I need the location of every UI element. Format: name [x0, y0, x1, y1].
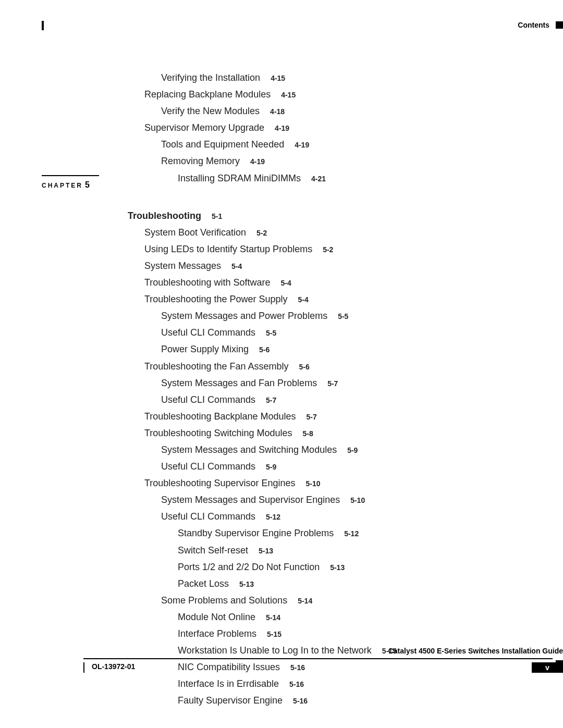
chapter-word: CHAPTER	[42, 182, 83, 189]
toc-entry-page: 5-4	[298, 295, 309, 304]
toc-entry-title: Troubleshooting with Software	[144, 277, 270, 288]
toc-entry-title: Standby Supervisor Engine Problems	[178, 528, 334, 538]
toc-entry[interactable]: Troubleshooting Supervisor Engines5-10	[144, 476, 534, 490]
toc-entry[interactable]: Replacing Backplane Modules4-15	[144, 88, 534, 101]
toc-entry-page: 5-7	[266, 396, 276, 404]
toc-entry-title: Troubleshooting Backplane Modules	[144, 411, 296, 422]
toc-entry-title: Replacing Backplane Modules	[144, 89, 271, 100]
toc-entry-page: 5-16	[293, 697, 308, 705]
toc-entry-page: 5-6	[259, 346, 270, 354]
toc-entry-title: Troubleshooting Switching Modules	[144, 428, 292, 438]
toc-entry[interactable]: Installing SDRAM MiniDIMMs4-21	[178, 171, 534, 185]
toc-entry[interactable]: Interface Is in Errdisable5-16	[178, 677, 534, 690]
toc-entry[interactable]: Verifying the Installation4-15	[161, 71, 534, 84]
toc-entry-page: 5-8	[303, 429, 313, 438]
toc-entry-page: 5-4	[280, 279, 291, 287]
toc-entry-page: 4-19	[295, 141, 309, 149]
footer-rule	[83, 658, 553, 659]
toc-entry-page: 4-19	[250, 157, 265, 166]
toc-entry-page: 5-15	[267, 630, 282, 638]
chapter-rule	[42, 175, 99, 176]
toc-entry[interactable]: Useful CLI Commands5-5	[161, 326, 534, 339]
toc-entry[interactable]: Ports 1/2 and 2/2 Do Not Function5-13	[178, 560, 534, 574]
toc-entry-title: Using LEDs to Identify Startup Problems	[144, 244, 312, 254]
toc-entry[interactable]: Troubleshooting Switching Modules5-8	[144, 426, 534, 440]
toc-entry-page: 4-15	[281, 91, 296, 99]
chapter-number: 5	[85, 180, 90, 189]
toc-entry[interactable]: NIC Compatibility Issues5-16	[178, 660, 534, 674]
toc-entry[interactable]: Troubleshooting the Power Supply5-4	[144, 292, 534, 306]
toc-entry-title: Troubleshooting	[128, 211, 201, 221]
toc-entry-page: 5-13	[330, 563, 345, 572]
toc-entry-title: Removing Memory	[161, 156, 240, 166]
toc-entry-page: 5-9	[266, 463, 276, 471]
toc-entry[interactable]: Interface Problems5-15	[178, 627, 534, 640]
toc-entry-title: Useful CLI Commands	[161, 461, 255, 472]
toc-entry[interactable]: Standby Supervisor Engine Problems5-12	[178, 526, 534, 540]
toc-entry-page: 5-2	[323, 245, 333, 254]
toc-entry-page: 4-21	[311, 175, 326, 183]
toc-entry-title: Useful CLI Commands	[161, 327, 255, 338]
toc-entry[interactable]: System Boot Verification5-2	[144, 226, 534, 239]
toc-entry[interactable]: Verify the New Modules4-18	[161, 104, 534, 118]
toc-entry-page: 5-13	[259, 547, 273, 555]
toc-entry[interactable]: Troubleshooting the Fan Assembly5-6	[144, 360, 534, 373]
toc-entry-page: 5-10	[350, 496, 365, 504]
toc-entry[interactable]: Packet Loss5-13	[178, 577, 534, 590]
toc-entry-title: System Messages and Switching Modules	[161, 445, 337, 455]
toc-entry-page: 5-2	[256, 229, 267, 237]
toc-entry[interactable]: Power Supply Mixing5-6	[161, 342, 534, 356]
toc-entry-page: 5-6	[299, 363, 310, 371]
toc-entry-page: 5-14	[266, 613, 280, 622]
toc-entry[interactable]: Using LEDs to Identify Startup Problems5…	[144, 242, 534, 256]
toc-entry-page: 5-14	[298, 597, 312, 605]
footer-guide-title: Catalyst 4500 E-Series Switches Installa…	[388, 647, 563, 655]
toc-entry-page: 5-4	[231, 262, 242, 270]
toc-entry[interactable]: System Messages5-4	[144, 259, 534, 273]
toc-entry-page: 5-16	[290, 663, 305, 672]
header-marker-icon	[556, 21, 563, 29]
toc-entry[interactable]: Troubleshooting Backplane Modules5-7	[144, 410, 534, 423]
toc-entry[interactable]: Useful CLI Commands5-9	[161, 460, 534, 473]
toc-entry-title: Troubleshooting the Power Supply	[144, 294, 288, 304]
toc-entry[interactable]: Troubleshooting with Software5-4	[144, 276, 534, 289]
section-gap	[128, 188, 534, 209]
toc-entry[interactable]: Useful CLI Commands5-7	[161, 393, 534, 406]
toc-entry[interactable]: Faulty Supervisor Engine5-16	[178, 694, 534, 707]
toc-entry-page: 4-15	[271, 74, 285, 82]
toc-entry-title: Power Supply Mixing	[161, 344, 249, 354]
toc-entry-title: System Messages and Power Problems	[161, 311, 327, 321]
toc-entry-page: 5-5	[338, 312, 348, 320]
toc-entry[interactable]: System Messages and Fan Problems5-7	[161, 376, 534, 390]
toc-entry-title: Supervisor Memory Upgrade	[144, 122, 264, 133]
toc-entry-page: 5-5	[266, 329, 276, 337]
toc-entry[interactable]: Troubleshooting5-1	[128, 209, 534, 223]
toc-entry-page: 5-7	[327, 379, 338, 388]
toc-entry-title: Workstation Is Unable to Log In to the N…	[178, 645, 372, 656]
toc-entry[interactable]: System Messages and Supervisor Engines5-…	[161, 493, 534, 507]
toc-entry-page: 5-12	[266, 513, 280, 521]
toc-entry-page: 4-19	[275, 124, 289, 132]
toc-entry-title: Module Not Online	[178, 612, 255, 622]
toc-entry-title: Tools and Equipment Needed	[161, 139, 284, 150]
toc-entry-title: Switch Self-reset	[178, 545, 248, 556]
toc-entry-page: 5-7	[307, 413, 317, 421]
toc-entry-title: Troubleshooting Supervisor Engines	[144, 478, 296, 488]
toc-entry-title: Useful CLI Commands	[161, 511, 255, 522]
toc-entry-title: Installing SDRAM MiniDIMMs	[178, 173, 301, 183]
toc-entry[interactable]: Supervisor Memory Upgrade4-19	[144, 121, 534, 134]
header-section-label: Contents	[518, 21, 549, 29]
toc-entry[interactable]: System Messages and Power Problems5-5	[161, 309, 534, 323]
toc-entry[interactable]: Some Problems and Solutions5-14	[161, 594, 534, 607]
toc-entry[interactable]: Tools and Equipment Needed4-19	[161, 138, 534, 151]
toc-entry-title: Packet Loss	[178, 578, 229, 589]
toc-entry-title: System Messages and Fan Problems	[161, 378, 317, 388]
toc-entry[interactable]: Removing Memory4-19	[161, 154, 534, 168]
footer-left-bracket-icon	[83, 662, 90, 673]
toc-entry[interactable]: Useful CLI Commands5-12	[161, 510, 534, 523]
table-of-contents: Verifying the Installation4-15Replacing …	[128, 71, 534, 710]
toc-entry-title: Useful CLI Commands	[161, 394, 255, 405]
toc-entry[interactable]: System Messages and Switching Modules5-9	[161, 443, 534, 456]
toc-entry[interactable]: Switch Self-reset5-13	[178, 544, 534, 557]
toc-entry[interactable]: Module Not Online5-14	[178, 610, 534, 624]
